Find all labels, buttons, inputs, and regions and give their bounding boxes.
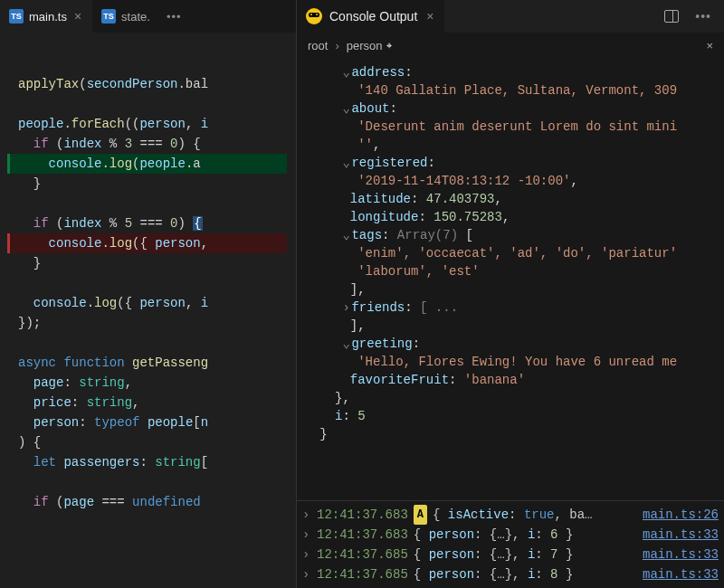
log-source-link[interactable]: main.ts:33 (643, 564, 719, 584)
tab-overflow-icon[interactable]: ••• (159, 10, 189, 24)
caret-right-icon[interactable]: › (302, 564, 311, 584)
caret-right-icon[interactable]: › (302, 545, 311, 564)
close-icon[interactable]: × (72, 9, 83, 24)
log-source-link[interactable]: main.ts:33 (643, 545, 719, 564)
console-pane: Console Output × ••• root › person ⌖ × ⌄… (297, 0, 724, 588)
object-inspector[interactable]: ⌄address: '140 Gallatin Place, Sultana, … (297, 58, 724, 500)
editor-pane: TS main.ts × TS state. ••• applyTax(seco… (0, 0, 297, 588)
log-preview: { person: {…}, i: 7 } (414, 545, 573, 564)
breadcrumb: root › person ⌖ × (297, 33, 724, 58)
log-source-link[interactable]: main.ts:33 (643, 525, 719, 545)
tab-main-ts[interactable]: TS main.ts × (0, 0, 92, 33)
breadcrumb-root[interactable]: root (308, 39, 328, 52)
tab-state-ts[interactable]: TS state. (92, 0, 159, 33)
log-preview: { person: {…}, i: 8 } (414, 564, 573, 584)
chevron-right-icon: › (335, 39, 338, 52)
log-entry[interactable]: › 12:41:37.683 { person: {…}, i: 6 } mai… (297, 525, 724, 545)
close-icon[interactable]: × (424, 9, 435, 24)
log-timestamp: 12:41:37.685 (317, 564, 408, 584)
log-entry[interactable]: › 12:41:37.685 { person: {…}, i: 7 } mai… (297, 545, 724, 564)
log-preview: { isActive: true, ba… (433, 505, 592, 525)
log-timestamp: 12:41:37.683 (317, 525, 408, 545)
caret-down-icon[interactable]: ⌄ (342, 63, 351, 81)
cursor-icon: ⌖ (386, 40, 392, 52)
ninja-icon (306, 8, 322, 24)
caret-down-icon[interactable]: ⌄ (342, 226, 351, 244)
caret-down-icon[interactable]: ⌄ (342, 154, 351, 172)
more-actions-icon[interactable]: ••• (688, 9, 719, 24)
caret-right-icon[interactable]: › (302, 525, 311, 545)
log-list: › 12:41:37.683 A { isActive: true, ba… m… (297, 500, 724, 588)
tab-label: main.ts (29, 10, 67, 24)
split-editor-icon[interactable] (664, 10, 679, 23)
log-badge: A (414, 505, 427, 525)
log-source-link[interactable]: main.ts:26 (643, 505, 719, 525)
log-timestamp: 12:41:37.683 (317, 505, 408, 525)
caret-right-icon[interactable]: › (302, 505, 311, 525)
typescript-icon: TS (9, 9, 24, 24)
typescript-icon: TS (101, 9, 116, 24)
log-entry[interactable]: › 12:41:37.683 A { isActive: true, ba… m… (297, 505, 724, 525)
code-editor[interactable]: applyTax(secondPerson.bal people.forEach… (0, 33, 296, 588)
caret-down-icon[interactable]: ⌄ (342, 335, 351, 353)
breadcrumb-leaf[interactable]: person (347, 39, 383, 52)
log-entry[interactable]: › 12:41:37.685 { person: {…}, i: 8 } mai… (297, 564, 724, 584)
tab-label: state. (121, 10, 150, 24)
editor-tabbar: TS main.ts × TS state. ••• (0, 0, 296, 33)
log-timestamp: 12:41:37.685 (317, 545, 408, 564)
console-tabbar: Console Output × ••• (297, 0, 724, 33)
caret-right-icon[interactable]: › (342, 299, 351, 317)
console-title: Console Output (329, 9, 417, 24)
log-preview: { person: {…}, i: 6 } (414, 525, 573, 545)
caret-down-icon[interactable]: ⌄ (342, 100, 351, 118)
close-icon[interactable]: × (706, 39, 713, 52)
tab-console-output[interactable]: Console Output × (297, 0, 444, 33)
